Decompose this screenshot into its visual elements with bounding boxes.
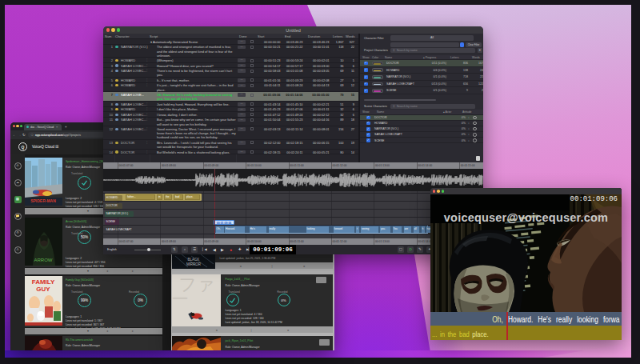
svg-text:ー: ー [172, 289, 189, 309]
svg-text:GUY: GUY [36, 286, 50, 293]
svg-text:ARROW: ARROW [34, 258, 53, 262]
svg-text:BLACK: BLACK [187, 258, 199, 262]
svg-text:MIRROR: MIRROR [186, 262, 201, 266]
svg-text:FAMILY: FAMILY [32, 278, 55, 286]
svg-text:SPIDER-MAN: SPIDER-MAN [30, 198, 56, 203]
